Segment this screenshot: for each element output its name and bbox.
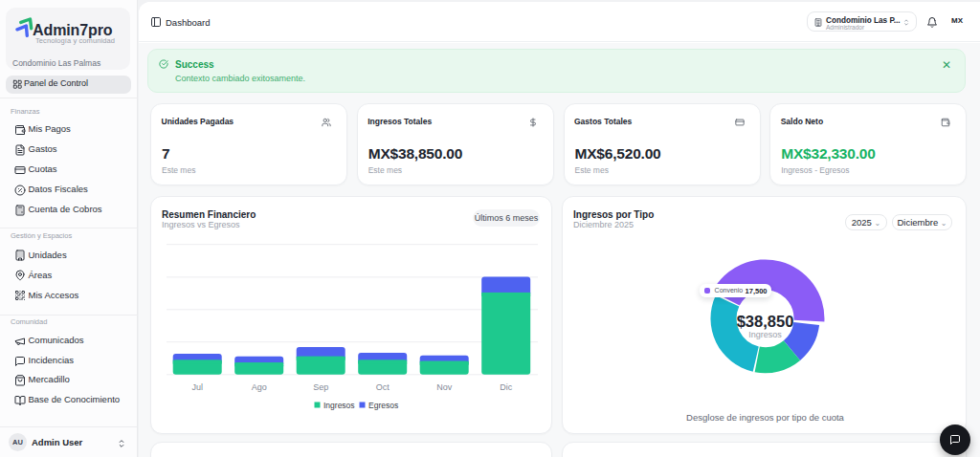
svg-text:Ago: Ago: [252, 382, 267, 392]
svg-text:Oct: Oct: [376, 382, 390, 392]
svg-text:Sep: Sep: [313, 382, 328, 392]
svg-text:Nov: Nov: [436, 382, 453, 392]
svg-text:Ingresos: Ingresos: [323, 401, 355, 410]
svg-text:Jul: Jul: [191, 382, 203, 392]
svg-text:$38,850: $38,850: [737, 312, 794, 329]
svg-text:Egresos: Egresos: [368, 401, 398, 410]
svg-text:Dic: Dic: [500, 382, 512, 392]
svg-text:Ingresos: Ingresos: [748, 329, 782, 338]
